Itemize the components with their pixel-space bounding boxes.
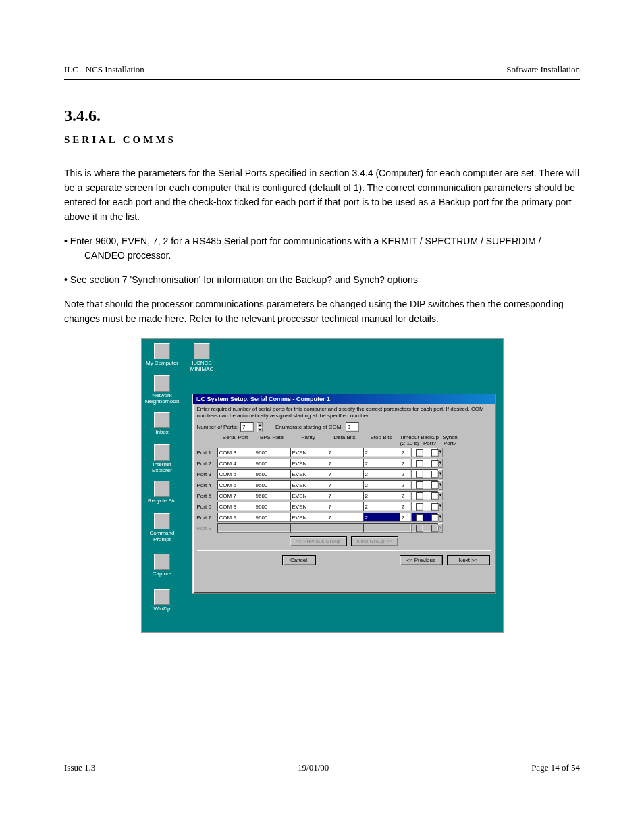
app-icon [154, 554, 170, 570]
numports-input[interactable] [240, 422, 254, 432]
bps-dropdown[interactable]: ▼ [254, 480, 286, 490]
dropdown-arrow-icon[interactable]: ▼ [438, 502, 444, 511]
data-dropdown[interactable]: ▼ [327, 491, 359, 500]
serial-dropdown[interactable]: ▼ [217, 480, 250, 490]
section-title: SERIAL COMMS [64, 134, 580, 146]
dropdown-arrow-icon[interactable]: ▼ [438, 491, 444, 500]
parity-dropdown[interactable]: ▼ [290, 469, 323, 479]
synch-checkbox [431, 525, 439, 532]
col-parity: Parity [290, 434, 327, 446]
col-timeout: Timeout (2-10 s) [400, 434, 420, 446]
serial-dropdown[interactable]: ▼ [217, 491, 250, 500]
desktop-icon[interactable]: Network Neighborhood [144, 375, 181, 405]
port-row: Port 5▼▼▼▼▼ [197, 491, 491, 500]
stop-dropdown[interactable]: ▼ [363, 469, 396, 479]
serial-dropdown[interactable]: ▼ [217, 469, 250, 479]
cancel-button[interactable]: Cancel [282, 555, 316, 565]
backup-checkbox[interactable] [416, 503, 423, 511]
title-bar[interactable]: ILC System Setup, Serial Comms - Compute… [193, 394, 495, 404]
backup-checkbox [416, 525, 423, 532]
stop-dropdown[interactable]: ▼ [363, 459, 396, 468]
backup-checkbox[interactable] [416, 514, 423, 521]
stop-dropdown[interactable]: ▼ [363, 448, 396, 457]
desktop-icon[interactable]: Recycle Bin [144, 481, 181, 504]
parity-dropdown[interactable]: ▼ [290, 480, 323, 490]
bps-dropdown[interactable]: ▼ [254, 491, 286, 500]
serial-dropdown[interactable]: ▼ [217, 502, 250, 511]
dropdown-arrow-icon[interactable]: ▼ [438, 480, 444, 490]
backup-checkbox[interactable] [416, 449, 423, 457]
synch-checkbox[interactable] [431, 460, 439, 467]
synch-checkbox[interactable] [431, 449, 439, 457]
app-icon [154, 412, 170, 428]
data-dropdown[interactable]: ▼ [327, 480, 359, 490]
bps-dropdown[interactable]: ▼ [254, 513, 286, 522]
col-stop: Stop Bits [363, 434, 400, 446]
data-dropdown[interactable]: ▼ [327, 513, 359, 522]
parity-dropdown[interactable]: ▼ [290, 459, 323, 468]
data-dropdown[interactable]: ▼ [327, 502, 359, 511]
backup-checkbox[interactable] [416, 481, 423, 489]
backup-checkbox[interactable] [416, 471, 423, 478]
bps-dropdown[interactable]: ▼ [254, 502, 286, 511]
stop-dropdown[interactable]: ▼ [363, 480, 396, 490]
timeout-input[interactable] [400, 480, 412, 490]
desktop-icon[interactable]: WinZip [144, 589, 181, 613]
parity-dropdown[interactable]: ▼ [290, 491, 323, 500]
desktop-icon[interactable]: My Computer [144, 343, 181, 367]
desktop-icon[interactable]: ILCNCS MINIMAC [184, 343, 221, 373]
synch-checkbox[interactable] [431, 481, 439, 489]
backup-checkbox[interactable] [416, 492, 423, 500]
dropdown-arrow-icon[interactable]: ▼ [438, 459, 444, 468]
synch-checkbox[interactable] [431, 503, 439, 511]
timeout-input[interactable] [400, 502, 412, 511]
desktop: My ComputerILCNCS MINIMACNetwork Neighbo… [142, 339, 503, 632]
bps-dropdown[interactable]: ▼ [254, 469, 286, 479]
parity-dropdown[interactable]: ▼ [290, 513, 323, 522]
bps-dropdown[interactable]: ▼ [254, 459, 286, 468]
timeout-input[interactable] [400, 459, 412, 468]
synch-checkbox[interactable] [431, 471, 439, 478]
timeout-input[interactable] [400, 448, 412, 457]
synch-checkbox[interactable] [431, 514, 439, 521]
numports-label: Number of Ports: [197, 424, 238, 430]
timeout-input[interactable] [400, 469, 412, 479]
data-dropdown[interactable]: ▼ [327, 459, 359, 468]
bps-dropdown[interactable]: ▼ [254, 448, 286, 457]
numports-spinner[interactable]: ▲▼ [257, 422, 263, 432]
app-icon [154, 343, 170, 359]
enum-input[interactable] [346, 422, 359, 432]
backup-checkbox[interactable] [416, 460, 423, 467]
dropdown-arrow-icon[interactable]: ▼ [438, 469, 444, 479]
screenshot-figure: My ComputerILCNCS MINIMACNetwork Neighbo… [141, 338, 504, 633]
desktop-icon[interactable]: Inbox [144, 412, 181, 436]
stop-dropdown[interactable]: ▼ [363, 502, 396, 511]
stop-dropdown[interactable]: ▼ [363, 513, 396, 522]
desktop-icon[interactable]: Command Prompt [144, 513, 181, 543]
desktop-icon[interactable]: Capture [144, 554, 181, 577]
parity-dropdown[interactable]: ▼ [290, 448, 323, 457]
instructions: Enter required number of serial ports fo… [197, 406, 491, 419]
port-row: Port 3▼▼▼▼▼ [197, 469, 491, 479]
next-button[interactable]: Next >> [447, 555, 490, 565]
port-row: Port 6▼▼▼▼▼ [197, 502, 491, 511]
stop-dropdown[interactable]: ▼ [363, 491, 396, 500]
app-icon [154, 481, 170, 497]
stop-dropdown: ▼ [363, 523, 396, 533]
dropdown-arrow-icon[interactable]: ▼ [438, 513, 444, 522]
serial-dropdown[interactable]: ▼ [217, 459, 250, 468]
prev-group-button: << Previous Group [290, 536, 347, 546]
parity-dropdown[interactable]: ▼ [290, 502, 323, 511]
timeout-input[interactable] [400, 513, 412, 522]
app-icon [154, 589, 170, 605]
desktop-icon[interactable]: Internet Explorer [144, 444, 181, 474]
dropdown-arrow-icon[interactable]: ▼ [438, 448, 444, 457]
serial-dropdown[interactable]: ▼ [217, 448, 250, 457]
timeout-input[interactable] [400, 491, 412, 500]
app-icon [154, 444, 170, 461]
synch-checkbox[interactable] [431, 492, 439, 500]
data-dropdown[interactable]: ▼ [327, 448, 359, 457]
data-dropdown[interactable]: ▼ [327, 469, 359, 479]
serial-dropdown[interactable]: ▼ [217, 513, 250, 522]
previous-button[interactable]: << Previous [400, 555, 443, 565]
